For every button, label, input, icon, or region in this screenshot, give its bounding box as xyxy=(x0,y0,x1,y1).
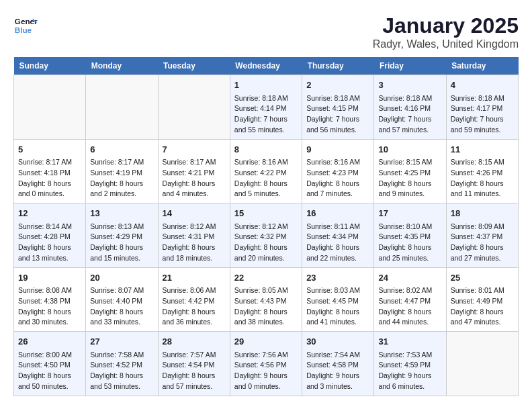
day-info: Daylight: 9 hours xyxy=(234,371,298,381)
calendar-cell: 15Sunrise: 8:12 AMSunset: 4:32 PMDayligh… xyxy=(230,203,302,268)
calendar-cell: 29Sunrise: 7:56 AMSunset: 4:56 PMDayligh… xyxy=(230,332,302,396)
day-info: and 3 minutes. xyxy=(306,381,369,392)
calendar-cell: 28Sunrise: 7:57 AMSunset: 4:54 PMDayligh… xyxy=(158,332,230,396)
day-info: Sunset: 4:15 PM xyxy=(306,103,369,114)
day-header-wednesday: Wednesday xyxy=(230,57,302,75)
day-info: Daylight: 8 hours xyxy=(378,179,441,189)
day-number: 26 xyxy=(18,335,81,349)
day-header-friday: Friday xyxy=(374,57,446,75)
day-number: 19 xyxy=(18,271,81,285)
day-info: and 11 minutes. xyxy=(451,189,514,199)
calendar-week-row: 1Sunrise: 8:18 AMSunset: 4:14 PMDaylight… xyxy=(14,75,519,140)
day-info: Daylight: 8 hours xyxy=(18,307,81,318)
day-info: Sunset: 4:16 PM xyxy=(378,103,441,114)
day-info: Sunset: 4:47 PM xyxy=(378,296,441,307)
day-info: Sunrise: 8:17 AM xyxy=(163,157,226,168)
day-number: 16 xyxy=(306,207,369,220)
day-info: Sunrise: 8:15 AM xyxy=(378,157,441,168)
day-info: Sunset: 4:28 PM xyxy=(18,232,81,242)
day-info: Sunrise: 8:18 AM xyxy=(451,93,514,104)
day-info: Sunset: 4:32 PM xyxy=(234,232,298,242)
day-info: Sunset: 4:21 PM xyxy=(163,168,226,179)
day-info: Daylight: 8 hours xyxy=(90,371,153,381)
day-number: 10 xyxy=(378,143,441,156)
calendar-cell: 14Sunrise: 8:12 AMSunset: 4:31 PMDayligh… xyxy=(158,203,230,268)
day-info: Sunrise: 7:53 AM xyxy=(378,350,441,361)
day-info: Sunset: 4:23 PM xyxy=(306,168,369,179)
calendar-week-row: 12Sunrise: 8:14 AMSunset: 4:28 PMDayligh… xyxy=(14,203,519,268)
day-info: Sunrise: 8:12 AM xyxy=(163,222,226,232)
calendar-header-row: SundayMondayTuesdayWednesdayThursdayFrid… xyxy=(14,57,519,75)
day-info: and 50 minutes. xyxy=(18,381,81,392)
day-info: Sunset: 4:43 PM xyxy=(234,296,298,307)
calendar-cell: 27Sunrise: 7:58 AMSunset: 4:52 PMDayligh… xyxy=(86,332,158,396)
day-info: Daylight: 8 hours xyxy=(378,242,441,253)
day-info: Sunrise: 8:18 AM xyxy=(378,93,441,104)
day-info: Daylight: 8 hours xyxy=(378,307,441,318)
day-number: 14 xyxy=(163,207,226,220)
day-info: Daylight: 9 hours xyxy=(306,371,369,381)
day-info: and 20 minutes. xyxy=(234,253,298,264)
day-info: Daylight: 8 hours xyxy=(90,179,153,189)
day-info: and 7 minutes. xyxy=(306,189,369,199)
calendar-cell: 19Sunrise: 8:08 AMSunset: 4:38 PMDayligh… xyxy=(14,267,86,332)
day-number: 24 xyxy=(378,271,441,285)
day-info: Sunrise: 8:14 AM xyxy=(18,222,81,232)
day-info: Daylight: 8 hours xyxy=(18,371,81,381)
day-info: Daylight: 8 hours xyxy=(451,179,514,189)
day-info: Sunrise: 8:05 AM xyxy=(234,285,298,296)
day-info: Daylight: 8 hours xyxy=(451,307,514,318)
day-info: and 5 minutes. xyxy=(234,189,298,199)
day-number: 20 xyxy=(90,271,153,285)
day-info: Sunrise: 8:12 AM xyxy=(234,222,298,232)
day-info: and 18 minutes. xyxy=(163,253,226,264)
calendar-cell: 22Sunrise: 8:05 AMSunset: 4:43 PMDayligh… xyxy=(230,267,302,332)
day-number: 31 xyxy=(378,335,441,349)
day-info: Sunrise: 8:16 AM xyxy=(234,157,298,168)
day-info: and 41 minutes. xyxy=(306,317,369,328)
logo: General Blue xyxy=(13,13,38,38)
calendar-cell: 16Sunrise: 8:11 AMSunset: 4:34 PMDayligh… xyxy=(302,203,374,268)
day-info: Sunset: 4:22 PM xyxy=(234,168,298,179)
day-info: and 33 minutes. xyxy=(90,317,153,328)
day-number: 15 xyxy=(234,207,298,220)
day-info: Sunset: 4:14 PM xyxy=(234,103,298,114)
day-info: Sunrise: 8:15 AM xyxy=(451,157,514,168)
day-info: and 27 minutes. xyxy=(451,253,514,264)
day-info: and 36 minutes. xyxy=(163,317,226,328)
calendar-cell xyxy=(14,75,86,140)
day-info: Sunrise: 8:03 AM xyxy=(306,285,369,296)
day-info: Daylight: 9 hours xyxy=(378,371,441,381)
calendar-table: SundayMondayTuesdayWednesdayThursdayFrid… xyxy=(13,57,519,396)
day-info: Sunrise: 8:18 AM xyxy=(306,93,369,104)
day-info: Sunrise: 8:10 AM xyxy=(378,222,441,232)
day-number: 29 xyxy=(234,335,298,349)
day-info: Sunset: 4:38 PM xyxy=(18,296,81,307)
day-info: Daylight: 8 hours xyxy=(306,242,369,253)
day-info: Sunset: 4:50 PM xyxy=(18,360,81,371)
calendar-cell: 18Sunrise: 8:09 AMSunset: 4:37 PMDayligh… xyxy=(446,203,518,268)
day-number: 6 xyxy=(90,143,153,156)
day-info: Daylight: 7 hours xyxy=(451,114,514,125)
day-number: 27 xyxy=(90,335,153,349)
day-info: Daylight: 8 hours xyxy=(163,371,226,381)
day-info: Sunrise: 7:56 AM xyxy=(234,350,298,361)
calendar-cell: 20Sunrise: 8:07 AMSunset: 4:40 PMDayligh… xyxy=(86,267,158,332)
calendar-cell: 23Sunrise: 8:03 AMSunset: 4:45 PMDayligh… xyxy=(302,267,374,332)
title-block: January 2025 Radyr, Wales, United Kingdo… xyxy=(373,13,519,50)
day-info: Sunset: 4:29 PM xyxy=(90,232,153,242)
day-info: Sunrise: 8:00 AM xyxy=(18,350,81,361)
day-info: Daylight: 8 hours xyxy=(18,242,81,253)
calendar-cell: 31Sunrise: 7:53 AMSunset: 4:59 PMDayligh… xyxy=(374,332,446,396)
day-number: 4 xyxy=(451,79,514,92)
day-info: Daylight: 8 hours xyxy=(163,242,226,253)
day-info: and 2 minutes. xyxy=(90,189,153,199)
day-info: Sunset: 4:19 PM xyxy=(90,168,153,179)
day-info: and 57 minutes. xyxy=(378,125,441,136)
day-info: and 13 minutes. xyxy=(18,253,81,264)
day-info: and 25 minutes. xyxy=(378,253,441,264)
day-info: Daylight: 8 hours xyxy=(306,307,369,318)
day-number: 30 xyxy=(306,335,369,349)
calendar-subtitle: Radyr, Wales, United Kingdom xyxy=(373,38,519,50)
day-info: Sunset: 4:34 PM xyxy=(306,232,369,242)
